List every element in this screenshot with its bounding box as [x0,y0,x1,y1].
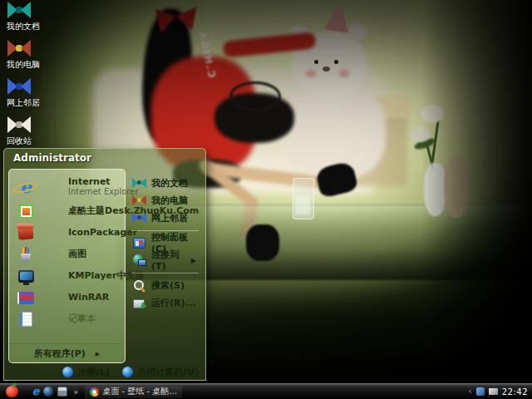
control-panel-icon [131,236,147,249]
desktop-icon-label: 我的电脑 [7,59,40,71]
log-off-label: 注销(L) [77,366,110,378]
menu-item-label: 连接到(T) [151,249,191,272]
internet-explorer-quicklaunch-icon[interactable]: e [32,387,39,397]
start-menu: Administrator e Internet Internet Explor… [3,148,206,381]
menu-item-my-computer[interactable]: 我的电脑 [131,192,202,209]
menu-item-zhuoku-theme[interactable]: 桌酷主题Desk.ZhuoKu.Com [9,200,125,222]
log-off-button[interactable]: 注销(L) [62,366,110,378]
bow-icon [131,194,147,207]
bow-icon [7,40,31,57]
tray-chevron-icon[interactable]: ‹ [468,387,471,396]
menu-separator [131,273,199,273]
menu-item-label: 画图 [68,249,86,260]
desktop-icon-label: 我的文档 [7,21,40,32]
connect-to-icon [131,254,147,267]
iconpackager-icon [13,222,38,244]
browser-colorball-icon [90,387,99,397]
start-menu-left-panel: e Internet Internet Explorer 桌酷主题Desk.Zh… [8,169,126,363]
menu-item-kmplayer[interactable]: KMPlayer中文版 [9,265,125,287]
taskbar: e » 桌面 - 壁纸 - 桌酷... ‹ 22:42 [0,383,532,399]
start-button[interactable] [6,386,18,397]
bow-icon [7,116,31,133]
desktop-icon-label: 网上邻居 [7,97,40,109]
menu-item-label: 网上邻居 [151,212,188,224]
paint-icon [13,244,38,265]
taskbar-clock[interactable]: 22:42 [502,387,528,397]
notepad-icon [13,308,38,330]
task-button-wallpaper-window[interactable]: 桌面 - 壁纸 - 桌酷... [85,386,181,398]
browser-globe-quicklaunch-icon[interactable] [43,387,53,397]
bow-icon [131,211,147,224]
menu-item-paint[interactable]: 画图 [9,244,125,265]
shut-down-label: 关闭计算机(U) [137,366,199,378]
search-icon [131,278,147,292]
bow-icon [7,2,31,18]
start-menu-footer: 注销(L) 关闭计算机(U) [62,365,199,378]
menu-item-internet[interactable]: e Internet Internet Explorer [9,173,125,200]
task-button-label: 桌面 - 壁纸 - 桌酷... [102,386,176,397]
all-programs-label: 所有程序(P) [34,347,86,360]
menu-item-notepad[interactable]: 记事本 [9,308,125,330]
winrar-icon [13,287,38,308]
menu-item-network-places[interactable]: 网上邻居 [131,209,202,226]
desktop-icon-network-places[interactable]: 网上邻居 [3,78,58,116]
kmplayer-icon [13,265,38,287]
menu-item-label: 记事本 [68,314,96,325]
desktop-icon-list: 我的文档 我的电脑 网上邻居 回收站 [3,2,58,155]
start-menu-body: e Internet Internet Explorer 桌酷主题Desk.Zh… [8,169,202,363]
all-programs-button[interactable]: 所有程序(P) ▸ [9,343,125,362]
zhuoku-icon [13,200,38,222]
tray-app-icon[interactable] [476,387,485,396]
internet-explorer-icon: e [13,176,38,198]
desktop-icon-label: 回收站 [7,135,32,147]
log-off-icon [62,367,73,377]
submenu-arrow-icon: ▶ [191,257,196,264]
menu-item-iconpackager[interactable]: IconPackager [9,222,125,244]
menu-item-label: WinRAR [68,293,109,303]
menu-item-label: 我的电脑 [151,195,188,207]
menu-item-run[interactable]: 运行(R)... [131,294,202,311]
run-icon [131,296,147,309]
bow-icon [7,78,31,95]
menu-item-search[interactable]: 搜索(S) [131,277,202,293]
quick-launch: e » [32,387,80,397]
all-programs-arrow-icon: ▸ [96,348,101,359]
start-menu-right-panel: 我的文档 我的电脑 网上邻居 控制面板(C) 连接到(T) [126,169,202,363]
menu-item-label: 我的文档 [151,177,188,190]
bow-icon [131,176,147,190]
quick-launch-overflow-chevron[interactable]: » [73,387,78,397]
desktop-screen: C.HIGA 我的文档 我的电脑 网上邻居 [0,0,532,399]
shut-down-button[interactable]: 关闭计算机(U) [122,366,199,378]
menu-item-connect-to[interactable]: 连接到(T) ▶ [131,252,202,268]
menu-item-my-documents[interactable]: 我的文档 [131,175,202,191]
tray-input-method-icon[interactable] [489,388,498,395]
system-tray: ‹ 22:42 [468,387,532,397]
desktop-icon-my-computer[interactable]: 我的电脑 [3,40,58,78]
menu-item-winrar[interactable]: WinRAR [9,287,125,308]
desktop-icon-my-documents[interactable]: 我的文档 [3,2,58,40]
start-menu-user-name: Administrator [4,149,205,170]
show-desktop-quicklaunch-icon[interactable] [57,387,67,397]
shut-down-icon [122,367,133,377]
menu-item-label: 搜索(S) [151,279,185,292]
menu-item-label: 运行(R)... [151,297,195,309]
